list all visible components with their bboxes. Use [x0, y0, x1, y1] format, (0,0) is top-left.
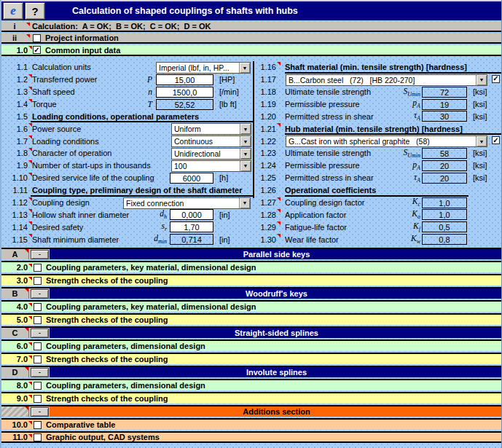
row-9-0-checkbox[interactable] [34, 395, 42, 403]
row-number: 1.1 [1, 63, 28, 71]
chevron-down-icon[interactable]: ▼ [476, 75, 487, 85]
collapse-section-b-button[interactable]: - [31, 289, 49, 299]
title-bar: e ? Calculation of shaped couplings of s… [1, 1, 501, 20]
common-input-data-checkbox[interactable]: ✓ [33, 46, 41, 54]
subheader-label: Loading conditions, operational paramete… [32, 112, 253, 121]
subheader-shaft-material: 1.16 Shaft material (min. tensile streng… [253, 61, 502, 74]
status-row: i Calculation: A = OK; B = OK; C = OK; D… [1, 22, 502, 32]
row-number: 2.0 [1, 263, 28, 272]
dropdown-calculation-units[interactable]: Imperial (lbf, in, HP... ▼ [156, 62, 251, 74]
hub-material-auto-checkbox[interactable]: ✓ [492, 136, 500, 144]
symbol: SUmin [365, 87, 420, 98]
row-7-0-checkbox[interactable] [34, 355, 42, 363]
input-hollow-shaft-diameter[interactable]: 0,000 [170, 209, 213, 220]
comment-marker-icon [28, 342, 32, 346]
symbol: τA [365, 111, 420, 122]
unit-label: [h] [219, 173, 228, 182]
comment-marker-icon [28, 421, 32, 425]
section-c-bar: C - Straight-sided splines [1, 326, 502, 338]
input-service-life[interactable]: 6000 [170, 173, 213, 184]
row-number: 1.10 [1, 173, 28, 182]
symbol: τA [365, 173, 420, 184]
dropdown-value: Imperial (lbf, in, HP... [157, 63, 239, 72]
row-8-0: 8.0 Coupling parameters, dimensional des… [1, 379, 502, 390]
browser-help-button[interactable]: e [3, 2, 23, 20]
comment-marker-icon [25, 328, 28, 331]
help-button[interactable]: ? [25, 2, 45, 20]
row-number: 1.17 [253, 75, 276, 84]
shaft-material-auto-checkbox[interactable]: ✓ [492, 75, 500, 83]
row-11-0-checkbox[interactable] [34, 433, 42, 441]
row-8-0-checkbox[interactable] [34, 382, 42, 390]
row-2-0-checkbox[interactable] [34, 264, 42, 272]
row-label: Coupling parameters, key material, dimen… [46, 302, 256, 311]
chevron-down-icon[interactable]: ▼ [240, 136, 251, 146]
chevron-down-icon[interactable]: ▼ [239, 63, 250, 73]
unit-label: [/min] [219, 87, 239, 96]
check-icon: ✓ [493, 75, 498, 82]
check-icon: ✓ [493, 137, 498, 144]
row-torque: 1.4 Torque T 52,52 [lb ft] [1, 98, 253, 111]
row-6-0: 6.0 Coupling parameters, dimensional des… [1, 339, 502, 351]
row-9-0: 9.0 Strength checks of the coupling [1, 392, 502, 404]
comment-marker-icon [28, 355, 32, 359]
row-5-0-checkbox[interactable] [34, 316, 42, 324]
section-title: Common input data [45, 46, 120, 55]
row-hub-permissible-pressure: 1.24 Permissible pressure pA 20 [ksi] [253, 160, 502, 172]
chevron-down-icon[interactable]: ▼ [239, 198, 250, 208]
section-a-id: A [1, 249, 29, 259]
input-transferred-power[interactable]: 15,00 [156, 74, 213, 85]
row-loading-conditions: 1.7 Loading conditions Continuous ▼ [1, 135, 253, 147]
row-number: 7.0 [1, 355, 28, 363]
row-number: 1.9 [1, 161, 28, 170]
output-fatigue-life-factor: 0,5 [422, 221, 467, 232]
input-desired-safety[interactable]: 1,70 [170, 221, 213, 232]
dropdown-hub-material[interactable]: G...Cast iron with spherical graphite (5… [286, 135, 487, 147]
row-4-0-checkbox[interactable] [34, 303, 42, 311]
collapse-additions-button[interactable]: - [31, 407, 49, 417]
subheader-operational-coefficients: 1.26 Operational coefficients [253, 184, 502, 197]
comment-marker-icon [277, 209, 281, 213]
output-application-factor: 1,0 [422, 209, 467, 220]
collapse-section-c-button[interactable]: - [31, 329, 49, 338]
comment-marker-icon [28, 160, 32, 164]
subheader-label: Hub material (min. tensile strength) [ha… [285, 125, 502, 133]
mitcalc-coupling-sheet: e ? Calculation of shaped couplings of s… [0, 0, 502, 448]
chevron-down-icon[interactable]: ▼ [240, 149, 251, 159]
chevron-down-icon[interactable]: ▼ [476, 136, 487, 146]
collapse-section-d-button[interactable]: - [31, 368, 49, 377]
symbol: sr [111, 221, 167, 232]
row-label: Coupling parameters, key material, dimen… [46, 263, 256, 272]
input-shaft-speed[interactable]: 1500,0 [156, 87, 213, 98]
row-number: 1.7 [1, 137, 28, 146]
row-label: Project information [45, 34, 119, 42]
dropdown-coupling-design[interactable]: Fixed connection ▼ [123, 197, 251, 209]
row-number: 1.28 [253, 211, 276, 219]
row-3-0-checkbox[interactable] [34, 277, 42, 285]
unit-label: [ksi] [473, 161, 487, 170]
row-calculation-units: 1.1 Calculation units Imperial (lbf, in,… [1, 61, 253, 74]
section-c-id: C [1, 328, 29, 338]
row-10-0: 10.0 Comparative table [1, 418, 502, 430]
output-hub-shear-stress: 20 [422, 173, 467, 184]
subheader-loading-conditions: 1.5 Loading conditions, operational para… [1, 110, 253, 122]
row-6-0-checkbox[interactable] [34, 342, 42, 350]
section-1-right-column: 1.16 Shaft material (min. tensile streng… [253, 61, 502, 245]
unit-label: [ksi] [473, 112, 487, 121]
chevron-down-icon[interactable]: ▼ [240, 161, 251, 171]
collapse-section-a-button[interactable]: - [31, 250, 49, 259]
chevron-down-icon[interactable]: ▼ [240, 124, 251, 134]
project-information-checkbox[interactable] [33, 34, 41, 42]
dropdown-loading-conditions[interactable]: Continuous ▼ [171, 135, 251, 147]
row-label: Strength checks of the coupling [46, 355, 168, 363]
dropdown-shaft-material[interactable]: B...Carbon steel (72) [HB 220-270] ▼ [286, 74, 487, 86]
row-10-0-checkbox[interactable] [34, 421, 42, 429]
row-label: Strength checks of the coupling [46, 315, 168, 324]
dropdown-power-source[interactable]: Uniform ▼ [171, 123, 251, 135]
row-wear-life-factor: 1.30 Wear life factor Kw 0,8 [253, 233, 502, 245]
row-character-of-operation: 1.8 Character of operation Unidirectiona… [1, 147, 253, 160]
row-number: 1.21 [253, 125, 276, 133]
dropdown-character-of-operation[interactable]: Unidirectional ▼ [171, 148, 251, 160]
dropdown-startups[interactable]: 100 ▼ [171, 160, 251, 172]
row-label: Graphic output, CAD systems [46, 433, 160, 441]
